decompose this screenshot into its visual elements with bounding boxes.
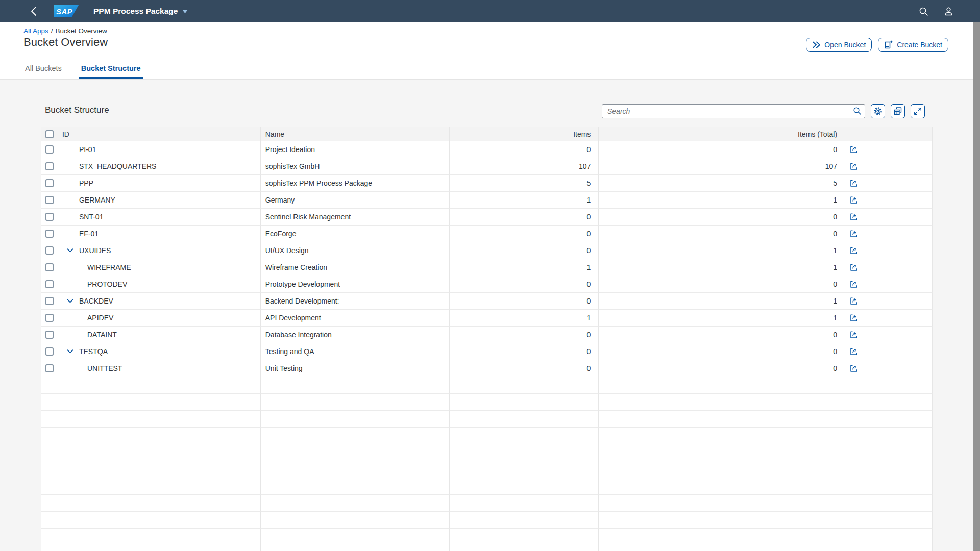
collapse-chevron-icon[interactable] bbox=[67, 299, 74, 303]
open-bucket-row-button[interactable] bbox=[849, 330, 859, 340]
table-settings-button[interactable] bbox=[871, 104, 885, 118]
table-row[interactable]: UXUIDES UI/UX Design 0 1 bbox=[41, 242, 933, 259]
tab-all-buckets[interactable]: All Buckets bbox=[23, 64, 63, 79]
tree-arrow-slot bbox=[62, 349, 79, 354]
row-checkbox[interactable] bbox=[45, 364, 54, 372]
breadcrumb-all-apps-link[interactable]: All Apps bbox=[23, 27, 48, 35]
tree-arrow-slot bbox=[62, 299, 79, 303]
open-bucket-row-button[interactable] bbox=[849, 144, 859, 155]
row-checkbox[interactable] bbox=[45, 246, 54, 255]
tree-arrow-slot bbox=[70, 316, 87, 320]
row-action-cell bbox=[845, 242, 933, 259]
row-select-cell bbox=[41, 226, 58, 242]
tree-arrow-slot bbox=[62, 164, 79, 168]
table-row[interactable]: STX_HEADQUARTERS sophisTex GmbH 107 107 bbox=[41, 158, 933, 175]
row-id-cell: TESTQA bbox=[58, 343, 261, 360]
app-title-menu[interactable]: PPM Process Package bbox=[93, 7, 188, 16]
open-bucket-row-button[interactable] bbox=[849, 195, 859, 205]
row-checkbox[interactable] bbox=[45, 280, 54, 288]
row-checkbox[interactable] bbox=[45, 263, 54, 271]
row-checkbox[interactable] bbox=[45, 145, 54, 154]
table-row[interactable]: DATAINT Database Integration 0 0 bbox=[41, 327, 933, 343]
row-id-cell: EF-01 bbox=[58, 226, 261, 242]
table-row[interactable]: PROTODEV Prototype Development 0 0 bbox=[41, 276, 933, 293]
open-in-window-icon bbox=[849, 280, 859, 289]
column-header-name[interactable]: Name bbox=[261, 127, 450, 141]
empty-table-row bbox=[41, 478, 933, 495]
profile-button[interactable] bbox=[943, 6, 953, 16]
open-bucket-row-button[interactable] bbox=[849, 245, 859, 256]
open-bucket-row-button[interactable] bbox=[849, 313, 859, 323]
open-bucket-row-button[interactable] bbox=[849, 346, 859, 357]
table-row[interactable]: BACKDEV Backend Development: 0 1 bbox=[41, 293, 933, 310]
empty-table-row bbox=[41, 495, 933, 512]
collapse-chevron-icon[interactable] bbox=[67, 349, 74, 354]
row-id: EF-01 bbox=[79, 230, 99, 238]
search-input[interactable] bbox=[602, 104, 865, 118]
table-row[interactable]: GERMANY Germany 1 1 bbox=[41, 192, 933, 209]
row-select-cell bbox=[41, 141, 58, 158]
empty-cell bbox=[41, 529, 58, 545]
empty-cell bbox=[450, 394, 599, 411]
row-checkbox[interactable] bbox=[45, 213, 54, 221]
empty-cell bbox=[845, 428, 933, 444]
row-checkbox[interactable] bbox=[45, 196, 54, 204]
shell-search-button[interactable] bbox=[918, 6, 928, 16]
row-action-cell bbox=[845, 192, 933, 209]
open-bucket-row-button[interactable] bbox=[849, 161, 859, 171]
collapse-chevron-icon[interactable] bbox=[67, 248, 74, 253]
open-bucket-row-button[interactable] bbox=[849, 363, 859, 373]
column-header-id[interactable]: ID bbox=[58, 127, 261, 141]
column-header-items[interactable]: Items bbox=[450, 127, 599, 141]
row-items: 5 bbox=[450, 175, 599, 192]
row-checkbox[interactable] bbox=[45, 331, 54, 339]
table-row[interactable]: SNT-01 Sentinel Risk Management 0 0 bbox=[41, 209, 933, 226]
row-checkbox[interactable] bbox=[45, 179, 54, 187]
empty-cell bbox=[845, 495, 933, 512]
row-checkbox[interactable] bbox=[45, 230, 54, 238]
row-id-cell: APIDEV bbox=[58, 310, 261, 327]
back-button[interactable] bbox=[30, 6, 38, 17]
tab-bucket-structure[interactable]: Bucket Structure bbox=[80, 64, 142, 79]
row-checkbox[interactable] bbox=[45, 314, 54, 322]
column-header-items-total[interactable]: Items (Total) bbox=[599, 127, 845, 141]
table-row[interactable]: PPP sophisTex PPM Process Package 5 5 bbox=[41, 175, 933, 192]
open-bucket-row-button[interactable] bbox=[849, 178, 859, 188]
row-checkbox[interactable] bbox=[45, 297, 54, 305]
select-all-checkbox[interactable] bbox=[45, 130, 54, 138]
sap-logo[interactable]: SAP bbox=[54, 5, 79, 17]
open-bucket-row-button[interactable] bbox=[849, 212, 859, 222]
export-table-button[interactable] bbox=[891, 104, 905, 118]
open-bucket-button[interactable]: Open Bucket bbox=[806, 38, 872, 52]
empty-cell bbox=[845, 512, 933, 529]
row-action-cell bbox=[845, 141, 933, 158]
create-bucket-label: Create Bucket bbox=[897, 41, 942, 49]
table-row[interactable]: PI-01 Project Ideation 0 0 bbox=[41, 141, 933, 158]
empty-table-row bbox=[41, 377, 933, 394]
chevron-left-icon bbox=[31, 6, 37, 16]
empty-cell bbox=[599, 411, 845, 428]
table-row[interactable]: EF-01 EcoForge 0 0 bbox=[41, 226, 933, 242]
empty-cell bbox=[450, 545, 599, 551]
open-bucket-row-button[interactable] bbox=[849, 229, 859, 239]
table-row[interactable]: WIREFRAME Wireframe Creation 1 1 bbox=[41, 259, 933, 276]
open-in-window-icon bbox=[849, 145, 859, 154]
empty-table-row bbox=[41, 394, 933, 411]
tree-arrow-slot bbox=[62, 198, 79, 202]
vertical-scrollbar[interactable] bbox=[973, 22, 980, 551]
table-row[interactable]: APIDEV API Development 1 1 bbox=[41, 310, 933, 327]
row-checkbox[interactable] bbox=[45, 347, 54, 356]
row-checkbox[interactable] bbox=[45, 162, 54, 170]
row-items: 107 bbox=[450, 158, 599, 175]
empty-cell bbox=[41, 444, 58, 461]
row-id-cell: PPP bbox=[58, 175, 261, 192]
open-bucket-row-button[interactable] bbox=[849, 279, 859, 289]
open-bucket-row-button[interactable] bbox=[849, 262, 859, 272]
empty-cell bbox=[450, 512, 599, 529]
open-bucket-row-button[interactable] bbox=[849, 296, 859, 306]
search-go-button[interactable] bbox=[851, 106, 863, 116]
maximize-button[interactable] bbox=[911, 104, 925, 118]
create-bucket-button[interactable]: Create Bucket bbox=[878, 38, 948, 52]
table-row[interactable]: UNITTEST Unit Testing 0 0 bbox=[41, 360, 933, 377]
table-row[interactable]: TESTQA Testing and QA 0 0 bbox=[41, 343, 933, 360]
